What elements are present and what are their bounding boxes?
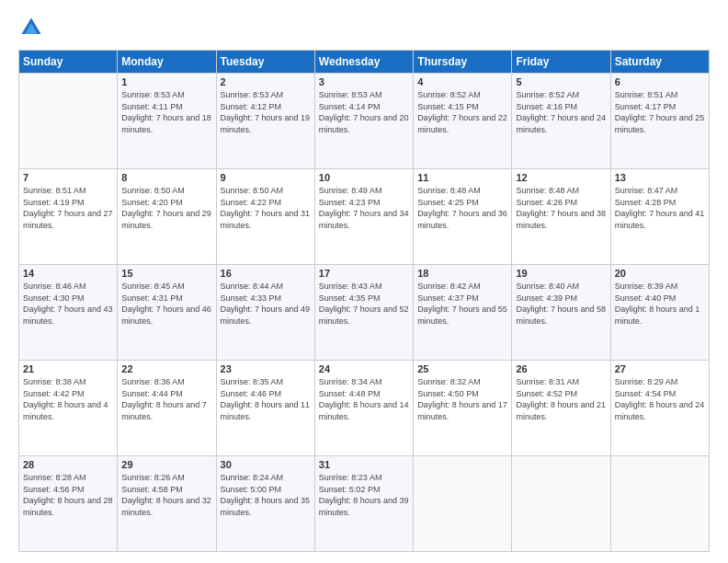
calendar-cell: 10Sunrise: 8:49 AMSunset: 4:23 PMDayligh… [314,169,413,265]
day-number: 10 [319,172,409,183]
day-number: 14 [23,268,113,279]
calendar-cell: 14Sunrise: 8:46 AMSunset: 4:30 PMDayligh… [19,265,118,361]
day-number: 18 [417,268,507,279]
logo [18,15,48,40]
day-info: Sunrise: 8:51 AMSunset: 4:17 PMDaylight:… [615,89,705,135]
day-info: Sunrise: 8:50 AMSunset: 4:22 PMDaylight:… [221,185,311,231]
calendar-cell: 29Sunrise: 8:26 AMSunset: 4:58 PMDayligh… [118,456,216,552]
day-number: 15 [121,268,211,279]
day-info: Sunrise: 8:38 AMSunset: 4:42 PMDaylight:… [23,376,113,422]
header [18,15,710,40]
calendar-cell: 27Sunrise: 8:29 AMSunset: 4:54 PMDayligh… [610,361,709,456]
calendar-cell: 21Sunrise: 8:38 AMSunset: 4:42 PMDayligh… [19,361,118,456]
calendar-week-row: 14Sunrise: 8:46 AMSunset: 4:30 PMDayligh… [19,265,710,361]
day-number: 22 [121,363,211,374]
day-info: Sunrise: 8:53 AMSunset: 4:14 PMDaylight:… [319,89,409,135]
day-number: 24 [319,363,409,374]
day-number: 23 [221,363,311,374]
day-header-sunday: Sunday [19,51,118,74]
day-number: 30 [221,459,311,470]
day-number: 7 [23,172,113,183]
day-info: Sunrise: 8:24 AMSunset: 5:00 PMDaylight:… [221,472,311,518]
calendar-cell: 12Sunrise: 8:48 AMSunset: 4:26 PMDayligh… [512,169,610,265]
day-info: Sunrise: 8:26 AMSunset: 4:58 PMDaylight:… [121,472,211,518]
day-header-wednesday: Wednesday [314,51,413,74]
calendar-cell [610,456,709,552]
day-info: Sunrise: 8:31 AMSunset: 4:52 PMDaylight:… [516,376,606,422]
calendar-cell: 25Sunrise: 8:32 AMSunset: 4:50 PMDayligh… [414,361,512,456]
day-info: Sunrise: 8:52 AMSunset: 4:15 PMDaylight:… [417,89,507,135]
days-header-row: SundayMondayTuesdayWednesdayThursdayFrid… [19,51,710,74]
day-number: 16 [221,268,311,279]
day-info: Sunrise: 8:48 AMSunset: 4:25 PMDaylight:… [417,185,507,231]
day-info: Sunrise: 8:52 AMSunset: 4:16 PMDaylight:… [516,89,606,135]
calendar-cell [414,456,512,552]
day-info: Sunrise: 8:43 AMSunset: 4:35 PMDaylight:… [319,281,409,327]
day-number: 2 [221,76,311,87]
calendar-cell: 8Sunrise: 8:50 AMSunset: 4:20 PMDaylight… [118,169,216,265]
day-number: 6 [615,76,705,87]
day-header-tuesday: Tuesday [216,51,314,74]
calendar-week-row: 1Sunrise: 8:53 AMSunset: 4:11 PMDaylight… [19,74,710,169]
day-info: Sunrise: 8:53 AMSunset: 4:12 PMDaylight:… [221,89,311,135]
day-info: Sunrise: 8:28 AMSunset: 4:56 PMDaylight:… [23,472,113,518]
calendar-cell: 17Sunrise: 8:43 AMSunset: 4:35 PMDayligh… [314,265,413,361]
calendar-cell: 3Sunrise: 8:53 AMSunset: 4:14 PMDaylight… [314,74,413,169]
calendar-cell: 4Sunrise: 8:52 AMSunset: 4:15 PMDaylight… [414,74,512,169]
day-number: 26 [516,363,606,374]
day-info: Sunrise: 8:34 AMSunset: 4:48 PMDaylight:… [319,376,409,422]
day-info: Sunrise: 8:50 AMSunset: 4:20 PMDaylight:… [121,185,211,231]
day-number: 5 [516,76,606,87]
day-number: 1 [121,76,211,87]
day-number: 28 [23,459,113,470]
calendar-cell: 13Sunrise: 8:47 AMSunset: 4:28 PMDayligh… [610,169,709,265]
calendar-cell: 9Sunrise: 8:50 AMSunset: 4:22 PMDaylight… [216,169,314,265]
calendar-cell: 28Sunrise: 8:28 AMSunset: 4:56 PMDayligh… [19,456,118,552]
day-number: 9 [221,172,311,183]
day-info: Sunrise: 8:32 AMSunset: 4:50 PMDaylight:… [417,376,507,422]
calendar-cell: 16Sunrise: 8:44 AMSunset: 4:33 PMDayligh… [216,265,314,361]
day-info: Sunrise: 8:51 AMSunset: 4:19 PMDaylight:… [23,185,113,231]
calendar-cell: 23Sunrise: 8:35 AMSunset: 4:46 PMDayligh… [216,361,314,456]
calendar-week-row: 7Sunrise: 8:51 AMSunset: 4:19 PMDaylight… [19,169,710,265]
day-number: 20 [615,268,705,279]
day-number: 4 [417,76,507,87]
day-info: Sunrise: 8:48 AMSunset: 4:26 PMDaylight:… [516,185,606,231]
calendar-cell: 18Sunrise: 8:42 AMSunset: 4:37 PMDayligh… [414,265,512,361]
day-info: Sunrise: 8:44 AMSunset: 4:33 PMDaylight:… [221,281,311,327]
day-number: 3 [319,76,409,87]
calendar-cell: 6Sunrise: 8:51 AMSunset: 4:17 PMDaylight… [610,74,709,169]
day-info: Sunrise: 8:29 AMSunset: 4:54 PMDaylight:… [615,376,705,422]
day-info: Sunrise: 8:42 AMSunset: 4:37 PMDaylight:… [417,281,507,327]
calendar-cell: 26Sunrise: 8:31 AMSunset: 4:52 PMDayligh… [512,361,610,456]
day-number: 31 [319,459,409,470]
page: SundayMondayTuesdayWednesdayThursdayFrid… [0,0,728,563]
calendar-cell [512,456,610,552]
calendar-cell: 20Sunrise: 8:39 AMSunset: 4:40 PMDayligh… [610,265,709,361]
day-number: 12 [516,172,606,183]
day-info: Sunrise: 8:39 AMSunset: 4:40 PMDaylight:… [615,281,705,327]
calendar-cell: 5Sunrise: 8:52 AMSunset: 4:16 PMDaylight… [512,74,610,169]
day-header-thursday: Thursday [414,51,512,74]
day-info: Sunrise: 8:35 AMSunset: 4:46 PMDaylight:… [221,376,311,422]
calendar-cell: 11Sunrise: 8:48 AMSunset: 4:25 PMDayligh… [414,169,512,265]
day-number: 13 [615,172,705,183]
calendar-cell [19,74,118,169]
day-number: 29 [121,459,211,470]
calendar-cell: 1Sunrise: 8:53 AMSunset: 4:11 PMDaylight… [118,74,216,169]
day-number: 19 [516,268,606,279]
day-info: Sunrise: 8:23 AMSunset: 5:02 PMDaylight:… [319,472,409,518]
day-info: Sunrise: 8:46 AMSunset: 4:30 PMDaylight:… [23,281,113,327]
day-info: Sunrise: 8:45 AMSunset: 4:31 PMDaylight:… [121,281,211,327]
day-number: 11 [417,172,507,183]
day-info: Sunrise: 8:47 AMSunset: 4:28 PMDaylight:… [615,185,705,231]
calendar-cell: 19Sunrise: 8:40 AMSunset: 4:39 PMDayligh… [512,265,610,361]
day-number: 21 [23,363,113,374]
day-info: Sunrise: 8:49 AMSunset: 4:23 PMDaylight:… [319,185,409,231]
calendar-week-row: 28Sunrise: 8:28 AMSunset: 4:56 PMDayligh… [19,456,710,552]
day-info: Sunrise: 8:36 AMSunset: 4:44 PMDaylight:… [121,376,211,422]
logo-icon [18,15,44,40]
day-number: 8 [121,172,211,183]
day-number: 17 [319,268,409,279]
day-info: Sunrise: 8:53 AMSunset: 4:11 PMDaylight:… [121,89,211,135]
